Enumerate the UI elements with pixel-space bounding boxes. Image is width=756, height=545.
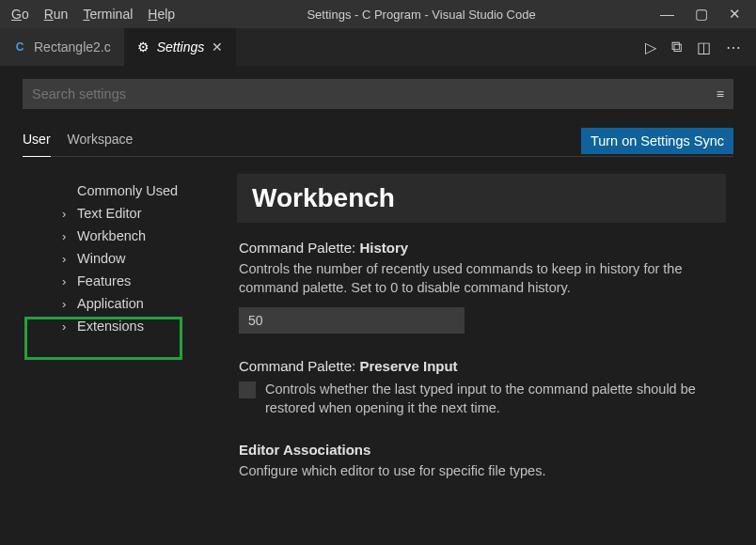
minimize-icon[interactable]: ― (660, 6, 674, 23)
close-icon[interactable]: ✕ (729, 6, 741, 23)
menu-run[interactable]: Run (37, 7, 76, 22)
scope-user[interactable]: User (23, 126, 51, 156)
tree-commonly-used[interactable]: Commonly Used (23, 179, 229, 202)
tree-application[interactable]: ›Application (23, 292, 229, 315)
history-input[interactable] (239, 307, 465, 334)
setting-command-palette-history: Command Palette: History Controls the nu… (237, 240, 726, 334)
setting-description: Configure which editor to use for specif… (239, 461, 709, 480)
setting-description: Controls the number of recently used com… (239, 259, 709, 298)
filter-icon[interactable]: ≡ (717, 86, 724, 101)
tab-label: Settings (157, 39, 205, 54)
c-file-icon: C (13, 40, 26, 54)
checkbox-row: Controls whether the last typed input to… (239, 380, 726, 418)
close-tab-icon[interactable]: ✕ (212, 39, 223, 54)
pane-header: Workbench (237, 174, 726, 223)
settings-body: ≡ User Workspace Turn on Settings Sync C… (0, 66, 756, 545)
tree-workbench[interactable]: ›Workbench (23, 225, 229, 247)
setting-command-palette-preserve: Command Palette: Preserve Input Controls… (237, 358, 726, 418)
chevron-right-icon: › (62, 229, 66, 243)
open-aside-icon[interactable]: ⧉ (671, 39, 682, 55)
search-input[interactable] (32, 86, 717, 101)
more-icon[interactable]: ⋯ (726, 39, 741, 56)
chevron-right-icon: › (62, 207, 66, 221)
settings-search[interactable]: ≡ (23, 79, 733, 109)
window-controls: ― ▢ ✕ (660, 6, 752, 23)
tab-settings[interactable]: ⚙ Settings ✕ (124, 28, 237, 66)
run-icon[interactable]: ▷ (645, 39, 656, 56)
title-bar: Go Run Terminal Help Settings - C Progra… (0, 0, 756, 28)
setting-description: Controls whether the last typed input to… (265, 380, 726, 418)
menu-terminal[interactable]: Terminal (75, 7, 140, 22)
menu-go[interactable]: Go (4, 7, 37, 22)
editor-actions: ▷ ⧉ ◫ ⋯ (645, 39, 756, 56)
setting-title: Command Palette: History (239, 240, 726, 256)
tabs-bar: C Rectangle2.c ⚙ Settings ✕ ▷ ⧉ ◫ ⋯ (0, 28, 756, 66)
window-title: Settings - C Program - Visual Studio Cod… (182, 8, 660, 22)
scope-workspace[interactable]: Workspace (68, 126, 134, 156)
settings-pane: Workbench Command Palette: History Contr… (229, 174, 733, 545)
maximize-icon[interactable]: ▢ (695, 6, 708, 23)
scope-row: User Workspace Turn on Settings Sync (23, 126, 733, 157)
menu-help[interactable]: Help (140, 7, 182, 22)
scope-tabs: User Workspace (23, 126, 133, 156)
tabs: C Rectangle2.c ⚙ Settings ✕ (0, 28, 236, 66)
setting-editor-associations: Editor Associations Configure which edit… (237, 442, 726, 480)
tab-rectangle2[interactable]: C Rectangle2.c (0, 28, 124, 66)
gear-icon: ⚙ (137, 39, 150, 54)
tree-text-editor[interactable]: ›Text Editor (23, 202, 229, 225)
settings-sync-button[interactable]: Turn on Settings Sync (581, 128, 733, 154)
chevron-right-icon: › (62, 274, 66, 288)
preserve-input-checkbox[interactable] (239, 382, 256, 398)
setting-title: Editor Associations (239, 442, 726, 458)
tree-window[interactable]: ›Window (23, 247, 229, 270)
settings-tree: Commonly Used ›Text Editor ›Workbench ›W… (23, 174, 229, 545)
tree-features[interactable]: ›Features (23, 270, 229, 292)
tree-extensions[interactable]: ›Extensions (23, 315, 229, 337)
chevron-right-icon: › (62, 297, 66, 311)
setting-title: Command Palette: Preserve Input (239, 358, 726, 374)
chevron-right-icon: › (62, 252, 66, 266)
chevron-right-icon: › (62, 319, 66, 334)
tab-label: Rectangle2.c (34, 39, 111, 54)
split-editor-icon[interactable]: ◫ (697, 39, 711, 56)
settings-content: Commonly Used ›Text Editor ›Workbench ›W… (23, 174, 733, 545)
menu-bar: Go Run Terminal Help (4, 7, 182, 22)
